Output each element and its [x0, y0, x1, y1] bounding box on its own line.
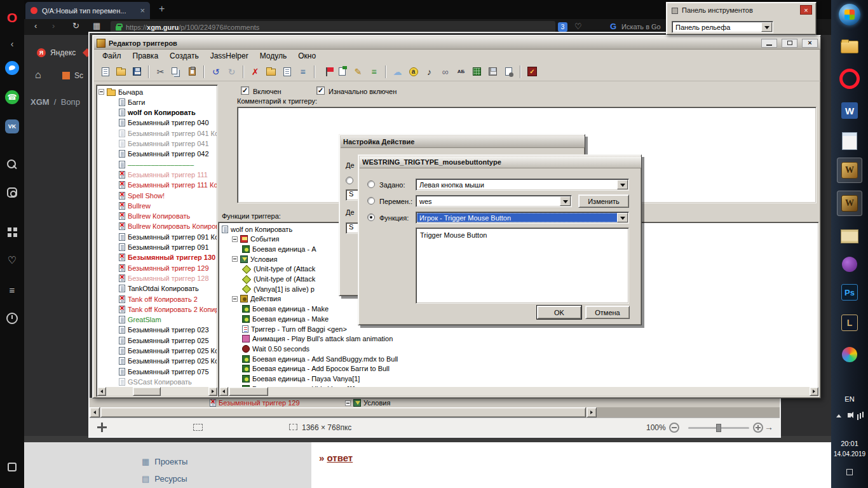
speed-dial-icon[interactable] [5, 225, 19, 239]
new-condition-button[interactable] [335, 64, 349, 79]
delete-button[interactable]: ✗ [248, 64, 262, 79]
tree-item[interactable]: (Unit-type of (Attack [242, 274, 315, 284]
tree-item[interactable]: Spell Show! [119, 191, 165, 200]
functions-horizontal-scrollbar[interactable] [219, 387, 818, 396]
tree-item[interactable]: Анимация - Play Bull's attack slam anima… [242, 334, 393, 344]
tree-item[interactable]: Bullrew Копировать [119, 212, 190, 221]
network-icon[interactable] [862, 412, 864, 417]
tree-item[interactable]: Багги [119, 97, 146, 107]
tree-item[interactable]: Безымянный триггер 111 [119, 170, 208, 179]
new-action-button[interactable]: ✎ [351, 64, 365, 79]
tree-item[interactable]: Безымянный триггер 111 Ко [119, 180, 217, 190]
pan-tool-icon[interactable] [97, 423, 107, 432]
tree-item[interactable]: wolf on Копировать [222, 224, 292, 234]
taskbar-world-editor-2[interactable]: W [837, 191, 862, 216]
scroll-right-button[interactable] [208, 387, 217, 396]
zoom-out-button[interactable] [669, 423, 679, 433]
forward-button[interactable]: › [52, 21, 55, 30]
show-desktop-button[interactable] [846, 469, 853, 475]
extension-badge[interactable]: 3 [558, 22, 567, 32]
natives-button[interactable]: АБ [454, 64, 468, 79]
start-button[interactable] [839, 4, 860, 25]
home-icon[interactable]: ⌂ [35, 69, 41, 81]
tree-item[interactable]: (Unit-type of (Attack [242, 264, 315, 274]
redo-button[interactable]: ↻ [224, 64, 239, 79]
tree-item[interactable]: Боевая единица - Add SandBuggy.mdx to Bu… [242, 354, 398, 363]
zoom-slider-thumb[interactable] [716, 424, 721, 432]
expander-icon[interactable] [232, 236, 238, 242]
editor-title-bar[interactable]: Редактор триггеров × [94, 37, 820, 50]
tree-item[interactable]: Безымянный триггер 025 Ко [119, 356, 217, 366]
clock-time[interactable]: 20:01 [831, 440, 868, 447]
preset-combo[interactable]: Левая кнопка мыши [416, 179, 629, 191]
function-radio[interactable] [367, 214, 375, 221]
cancel-button[interactable]: Отмена [585, 306, 630, 319]
menu-projects[interactable]: ▦Проекты [142, 456, 187, 466]
tree-item[interactable]: wolf on Копировать [119, 108, 196, 118]
tree-item[interactable]: Безымянный триггер 130 [119, 253, 215, 262]
tree-item[interactable]: Bullrew [119, 201, 151, 210]
clock-date[interactable]: 14.04.2019 [831, 451, 868, 458]
tree-item[interactable]: Боевая единица - Make [242, 314, 329, 323]
volume-icon[interactable] [848, 413, 851, 417]
grid-button[interactable] [470, 64, 484, 79]
taskbar-game[interactable] [837, 252, 862, 277]
new-event-button[interactable] [319, 64, 334, 79]
taskbar-world-editor[interactable]: W [837, 158, 862, 183]
news-feed-icon[interactable]: ≡ [5, 283, 19, 297]
taskbar-document[interactable] [837, 128, 862, 154]
radio-fragment[interactable] [346, 177, 353, 184]
tree-item[interactable]: Бычара [98, 87, 143, 97]
whatsapp-icon[interactable]: ☎ [5, 90, 19, 104]
scrollbar-thumb[interactable] [229, 387, 268, 396]
tree-item[interactable]: Боевая единица - Пауза Vanya[1] [242, 374, 360, 384]
menu-item-4[interactable]: Модуль [254, 51, 293, 60]
tree-item[interactable]: Wait 0.50 seconds [242, 344, 309, 353]
tree-item[interactable]: (Vanya[1] is alive) р [242, 284, 315, 294]
change-variable-button[interactable]: Изменить [578, 194, 629, 208]
tree-item[interactable]: Безымянный триггер 091 [119, 243, 209, 252]
tree-item[interactable]: Bullrew Копировать Копирова [119, 222, 217, 231]
tree-item[interactable]: Безымянный триггер 040 [119, 118, 209, 128]
scroll-right-button[interactable] [587, 407, 597, 417]
taskbar-opera[interactable] [837, 66, 862, 92]
tree-item[interactable]: Безымянный триггер 041 [119, 139, 209, 149]
expander-icon[interactable] [98, 89, 104, 95]
function-combo[interactable]: Игрок - Trigger Mouse Button [416, 212, 629, 224]
expander-icon[interactable] [232, 256, 238, 262]
new-tab-button[interactable]: + [159, 3, 165, 15]
tree-item[interactable]: Безымянный триггер 129 [119, 263, 209, 273]
back-button[interactable]: ‹ [34, 21, 37, 30]
search-in-google[interactable]: Искать в Go [621, 23, 661, 30]
tree-item[interactable]: GreatSlam [119, 315, 161, 325]
vk-icon[interactable]: VK [5, 119, 19, 133]
viewer-horizontal-scrollbar[interactable] [90, 407, 780, 417]
new-category-button[interactable] [264, 64, 278, 79]
restore-button[interactable] [782, 39, 797, 48]
tree-item[interactable]: Безымянный триггер 042 [119, 149, 209, 159]
bookmark-heart-icon[interactable]: ♡ [574, 22, 582, 31]
tree-item[interactable]: Tank off Копировать 2 [119, 294, 198, 304]
palette-dropdown[interactable]: Панель рельефа [672, 21, 773, 33]
search-icon[interactable] [5, 158, 19, 172]
menu-item-1[interactable]: Правка [127, 51, 165, 60]
reload-button[interactable]: ↻ [72, 21, 79, 30]
preset-radio[interactable] [367, 180, 375, 188]
instagram-icon[interactable] [5, 186, 19, 200]
tree-item[interactable]: Триггер - Turn off Baggi <gen> [242, 324, 347, 334]
menu-item-5[interactable]: Окно [292, 51, 322, 60]
taskbar-scroll[interactable] [837, 224, 862, 249]
tree-item[interactable]: События [232, 234, 279, 244]
dropdown-arrow-icon[interactable] [617, 213, 628, 222]
palette-close-button[interactable]: × [800, 5, 812, 15]
tree-item[interactable]: Боевая единица - Add Бросок Багги to Bul… [242, 364, 390, 374]
scroll-left-button[interactable] [219, 387, 228, 396]
cut-button[interactable]: ✂ [153, 64, 168, 79]
paste-button[interactable] [185, 64, 200, 79]
breadcrumb-site[interactable]: XGM [31, 97, 50, 107]
tray-expand-icon[interactable] [836, 414, 841, 417]
menu-item-0[interactable]: Файл [97, 51, 127, 60]
tree-item[interactable]: Безымянный триггер 128 [119, 273, 209, 283]
workspaces-icon[interactable] [5, 460, 19, 474]
initially-on-checkbox[interactable]: ✓ [316, 86, 325, 95]
